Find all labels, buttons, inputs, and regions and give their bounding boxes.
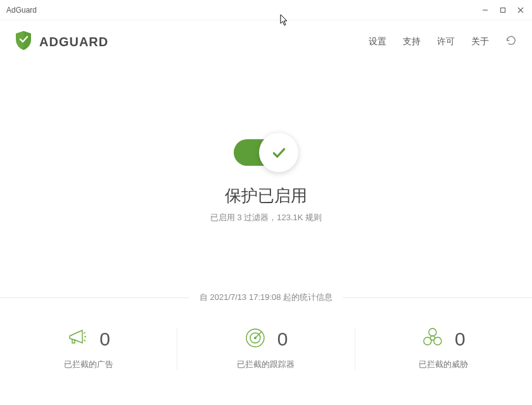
- stats-row: 0 已拦截的广告 0 已拦截的跟踪器: [0, 327, 532, 370]
- stat-value: 0: [277, 328, 288, 350]
- biohazard-icon: [422, 327, 443, 351]
- status-title: 保护已启用: [225, 185, 307, 207]
- nav-settings[interactable]: 设置: [369, 36, 386, 47]
- svg-point-11: [434, 337, 441, 345]
- app-header: ADGUARD 设置 支持 许可 关于: [0, 20, 532, 63]
- titlebar: AdGuard: [0, 0, 532, 20]
- window-title: AdGuard: [6, 6, 37, 15]
- maximize-button[interactable]: [494, 1, 512, 19]
- refresh-icon[interactable]: [505, 35, 517, 49]
- stat-value: 0: [99, 328, 110, 350]
- svg-rect-1: [501, 8, 505, 12]
- svg-point-9: [429, 328, 436, 336]
- stat-threats-blocked[interactable]: 0 已拦截的威胁: [355, 327, 532, 370]
- stat-label: 已拦截的广告: [64, 359, 113, 370]
- megaphone-icon: [66, 327, 88, 351]
- protection-toggle[interactable]: [234, 134, 298, 171]
- stat-label: 已拦截的跟踪器: [237, 359, 294, 370]
- stat-trackers-blocked[interactable]: 0 已拦截的跟踪器: [177, 327, 355, 370]
- stats-since-row: 自 2021/7/13 17:19:08 起的统计信息: [0, 292, 532, 303]
- shield-logo-icon: [14, 30, 33, 54]
- minimize-button[interactable]: [476, 1, 494, 19]
- nav-support[interactable]: 支持: [403, 36, 421, 47]
- toggle-knob: [259, 133, 298, 172]
- nav-license[interactable]: 许可: [437, 36, 455, 47]
- header-nav: 设置 支持 许可 关于: [369, 35, 517, 49]
- stat-label: 已拦截的威胁: [419, 359, 468, 370]
- stat-ads-blocked[interactable]: 0 已拦截的广告: [0, 327, 177, 370]
- check-icon: [270, 144, 287, 161]
- stat-value: 0: [455, 328, 466, 350]
- close-button[interactable]: [512, 1, 529, 19]
- svg-point-10: [424, 337, 431, 345]
- logo: ADGUARD: [14, 30, 108, 54]
- logo-text: ADGUARD: [39, 35, 108, 49]
- radar-icon: [244, 327, 266, 351]
- status-subtitle: 已启用 3 过滤器，123.1K 规则: [210, 212, 322, 223]
- stats-since-label: 自 2021/7/13 17:19:08 起的统计信息: [189, 292, 343, 303]
- main-pane: 保护已启用 已启用 3 过滤器，123.1K 规则 自 2021/7/13 17…: [0, 63, 532, 370]
- nav-about[interactable]: 关于: [471, 36, 489, 47]
